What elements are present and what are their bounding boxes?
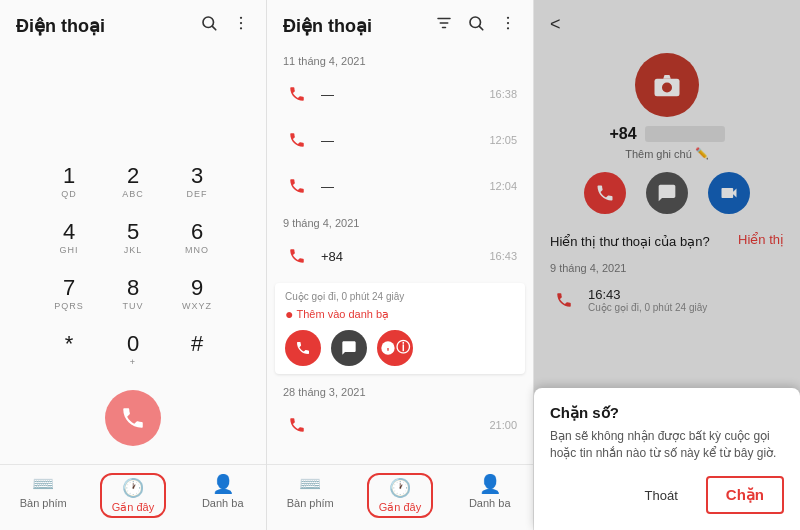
more-options-icon[interactable] [232, 14, 250, 37]
recents-panel: Điện thoại 1 [267, 0, 534, 530]
list-item[interactable]: — 16:38 [267, 71, 533, 117]
nav-gần-đây-label: Gần đây [112, 501, 154, 514]
info-action-button[interactable]: ⓘ [377, 330, 413, 366]
svg-point-10 [507, 17, 509, 19]
expanded-detail: Cuộc gọi đi, 0 phút 24 giây [285, 291, 515, 302]
nav-danh-ba[interactable]: 👤 Danh ba [193, 473, 253, 518]
dial-key-5[interactable]: 5JKL [103, 212, 163, 264]
recents-nav-gần-đây[interactable]: 🕐 Gần đây [367, 473, 433, 518]
call-outgoing-icon [283, 242, 311, 270]
recents-nav-bàn-phím[interactable]: ⌨️ Bàn phím [280, 473, 340, 518]
dialpad-area: 1QD2ABC3DEF4GHI5JKL6MNO7PQRS8TUV9WXYZ*0+… [0, 47, 266, 464]
call-info: — [321, 179, 489, 194]
nav-gần-đây[interactable]: 🕐 Gần đây [100, 473, 166, 518]
call-button-row [105, 390, 161, 446]
recents-more-icon[interactable] [499, 14, 517, 37]
dialer-panel: Điện thoại 1QD2ABC3DEF4GHI5JKL6MNO7PQRS8… [0, 0, 267, 530]
call-incoming-icon [283, 80, 311, 108]
add-to-contacts-link[interactable]: ● Thêm vào danh bạ [285, 306, 515, 322]
dial-key-9[interactable]: 9WXYZ [167, 268, 227, 320]
recents-title: Điện thoại [283, 15, 372, 37]
dialer-header: Điện thoại [0, 0, 266, 47]
call-incoming-icon [283, 172, 311, 200]
recents-nav-label-2: Danh ba [469, 497, 511, 509]
dialer-header-icons [200, 14, 250, 37]
expanded-action-buttons: ⓘ [285, 330, 515, 366]
block-dialog-message: Bạn sẽ không nhận được bất kỳ cuộc gọi h… [550, 428, 784, 462]
add-contact-label: Thêm vào danh bạ [296, 308, 389, 321]
contacts-nav-icon: 👤 [212, 473, 234, 495]
nav-bàn-phím-label: Bàn phím [20, 497, 67, 509]
dial-key-7[interactable]: 7PQRS [39, 268, 99, 320]
block-dialog-title: Chặn số? [550, 404, 784, 422]
date-group-3: 28 tháng 3, 2021 [267, 378, 533, 402]
svg-point-12 [507, 27, 509, 29]
recents-bottom-nav: ⌨️ Bàn phím 🕐 Gần đây 👤 Danh ba [267, 464, 533, 530]
recents-header-icons [435, 14, 517, 37]
list-item[interactable]: — 12:05 [267, 117, 533, 163]
dial-key-2[interactable]: 2ABC [103, 156, 163, 208]
call-incoming-icon [283, 457, 311, 464]
date-group-2: 9 tháng 4, 2021 [267, 209, 533, 233]
list-item[interactable]: 21:00 [267, 402, 533, 448]
dial-key-0[interactable]: 0+ [103, 324, 163, 376]
filter-icon[interactable] [435, 14, 453, 37]
call-action-button[interactable] [285, 330, 321, 366]
dial-key-*[interactable]: * [39, 324, 99, 376]
confirm-block-button[interactable]: Chặn [706, 476, 784, 514]
contact-detail-panel: < +84 Thêm ghi chú ✏️ [534, 0, 800, 530]
dial-key-8[interactable]: 8TUV [103, 268, 163, 320]
add-contact-dot: ● [285, 306, 293, 322]
block-dialog-buttons: Thoát Chặn [550, 476, 784, 514]
recents-list: 11 tháng 4, 2021 — 16:38 — 12:05 — [267, 47, 533, 464]
call-info: — [321, 133, 489, 148]
recents-search-icon[interactable] [467, 14, 485, 37]
svg-line-9 [479, 26, 482, 29]
call-incoming-icon [283, 411, 311, 439]
recents-nav-contact-icon: 👤 [479, 473, 501, 495]
dialer-title: Điện thoại [16, 15, 105, 37]
svg-line-1 [212, 26, 215, 29]
recents-header: Điện thoại [267, 0, 533, 47]
call-info: — [321, 87, 489, 102]
dial-key-1[interactable]: 1QD [39, 156, 99, 208]
svg-point-3 [240, 22, 242, 24]
block-dialog-overlay: Chặn số? Bạn sẽ không nhận được bất kỳ c… [534, 0, 800, 530]
recents-nav-label-1: Gần đây [379, 501, 421, 514]
recents-dialpad-icon: ⌨️ [299, 473, 321, 495]
block-dialog: Chặn số? Bạn sẽ không nhận được bất kỳ c… [534, 388, 800, 530]
list-item[interactable]: — 12:04 [267, 163, 533, 209]
dialpad-nav-icon: ⌨️ [32, 473, 54, 495]
list-item[interactable]: +84 16:43 [267, 233, 533, 279]
dial-key-4[interactable]: 4GHI [39, 212, 99, 264]
nav-danh-ba-label: Danh ba [202, 497, 244, 509]
recents-nav-danh-ba[interactable]: 👤 Danh ba [460, 473, 520, 518]
message-action-button[interactable] [331, 330, 367, 366]
dialpad-grid: 1QD2ABC3DEF4GHI5JKL6MNO7PQRS8TUV9WXYZ*0+… [39, 156, 227, 376]
dial-key-6[interactable]: 6MNO [167, 212, 227, 264]
recents-nav-icon: 🕐 [122, 477, 144, 499]
search-icon[interactable] [200, 14, 218, 37]
nav-bàn-phím[interactable]: ⌨️ Bàn phím [13, 473, 73, 518]
cancel-block-button[interactable]: Thoát [627, 476, 696, 514]
call-button[interactable] [105, 390, 161, 446]
call-info: +84 [321, 249, 489, 264]
svg-point-4 [240, 27, 242, 29]
dialer-bottom-nav: ⌨️ Bàn phím 🕐 Gần đây 👤 Danh ba [0, 464, 266, 530]
recents-nav-recent-icon: 🕐 [389, 477, 411, 499]
svg-point-11 [507, 22, 509, 24]
date-group-1: 11 tháng 4, 2021 [267, 47, 533, 71]
dial-key-3[interactable]: 3DEF [167, 156, 227, 208]
recents-nav-label-0: Bàn phím [287, 497, 334, 509]
expanded-call-item: Cuộc gọi đi, 0 phút 24 giây ● Thêm vào d… [275, 283, 525, 374]
call-incoming-icon [283, 126, 311, 154]
dial-key-#[interactable]: # [167, 324, 227, 376]
list-item[interactable]: 21:00 [267, 448, 533, 464]
svg-point-2 [240, 17, 242, 19]
